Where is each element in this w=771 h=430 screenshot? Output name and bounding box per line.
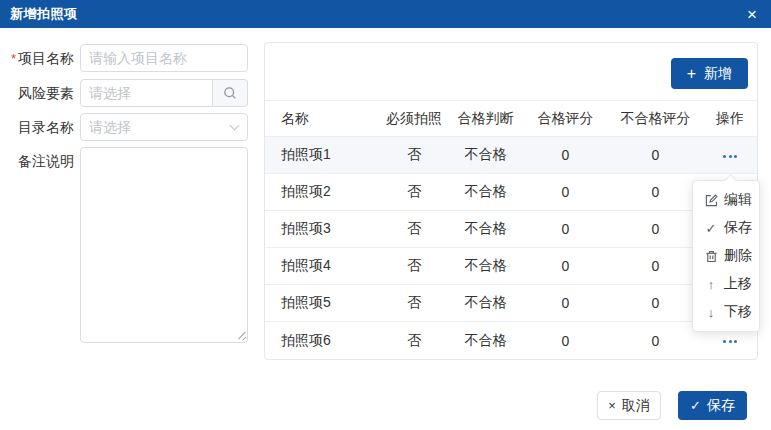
table-row: 拍照项3 否 不合格 0 0 <box>265 211 757 248</box>
trash-icon <box>704 250 718 263</box>
cell-qualified-score: 0 <box>523 184 608 200</box>
risk-factor-label: 风险要素 <box>0 79 80 107</box>
cell-name: 拍照项2 <box>265 183 380 201</box>
close-x-icon: × <box>608 399 616 412</box>
close-icon[interactable]: × <box>743 6 761 23</box>
risk-factor-search-button[interactable] <box>213 79 248 107</box>
cell-unqualified-score: 0 <box>608 221 703 237</box>
menu-item-label: 保存 <box>724 219 752 237</box>
catalog-name-label: 目录名称 <box>0 113 80 141</box>
column-header-name: 名称 <box>265 110 380 128</box>
required-asterisk: * <box>11 51 16 66</box>
cell-unqualified-score: 0 <box>608 333 703 349</box>
column-header-actions: 操作 <box>703 110 757 128</box>
column-header-qualified-score: 合格评分 <box>523 110 608 128</box>
cell-must-photo: 否 <box>380 220 448 238</box>
menu-item-save[interactable]: ✓ 保存 <box>693 214 759 242</box>
menu-item-edit[interactable]: 编辑 <box>693 186 759 214</box>
menu-item-label: 编辑 <box>724 191 752 209</box>
panel-toolbar: + 新增 <box>265 43 757 100</box>
cell-qualified-score: 0 <box>523 295 608 311</box>
more-actions-icon[interactable] <box>719 335 741 348</box>
column-header-qualified-judge: 合格判断 <box>448 110 523 128</box>
cell-qualified-judge: 不合格 <box>448 220 523 238</box>
menu-item-move-up[interactable]: ↑ 上移 <box>693 270 759 298</box>
column-header-must-photo: 必须拍照 <box>380 110 448 128</box>
project-name-input[interactable] <box>80 44 248 72</box>
check-icon: ✓ <box>704 221 718 236</box>
cell-qualified-judge: 不合格 <box>448 332 523 350</box>
arrow-down-icon: ↓ <box>704 305 718 320</box>
remark-label: 备注说明 <box>0 147 80 175</box>
table-row: 拍照项1 否 不合格 0 0 <box>265 137 757 174</box>
menu-item-move-down[interactable]: ↓ 下移 <box>693 298 759 326</box>
project-name-label: *项目名称 <box>0 44 80 73</box>
save-button-label: 保存 <box>707 397 735 415</box>
cancel-button-label: 取消 <box>622 397 650 415</box>
risk-factor-input[interactable] <box>80 79 213 107</box>
more-actions-icon[interactable] <box>719 150 741 163</box>
menu-item-label: 上移 <box>724 275 752 293</box>
dialog-form: *项目名称 风险要素 目录名称 备注说明 <box>0 28 264 346</box>
dialog-title: 新增拍照项 <box>10 5 78 23</box>
cell-qualified-score: 0 <box>523 333 608 349</box>
cell-qualified-score: 0 <box>523 258 608 274</box>
remark-textarea[interactable] <box>80 147 248 343</box>
catalog-name-select[interactable] <box>80 113 248 141</box>
form-row-project-name: *项目名称 <box>0 44 264 73</box>
cell-qualified-judge: 不合格 <box>448 294 523 312</box>
cell-unqualified-score: 0 <box>608 147 703 163</box>
cell-name: 拍照项1 <box>265 146 380 164</box>
form-row-catalog-name: 目录名称 <box>0 113 264 141</box>
check-icon: ✓ <box>690 399 701 412</box>
menu-item-label: 删除 <box>724 247 752 265</box>
cell-name: 拍照项6 <box>265 332 380 350</box>
cell-name: 拍照项4 <box>265 257 380 275</box>
search-icon <box>223 86 237 100</box>
add-button-label: 新增 <box>704 65 732 83</box>
cell-must-photo: 否 <box>380 183 448 201</box>
cell-name: 拍照项3 <box>265 220 380 238</box>
table-row: 拍照项5 否 不合格 0 0 <box>265 285 757 322</box>
dialog-header: 新增拍照项 × <box>0 0 771 28</box>
cancel-button[interactable]: × 取消 <box>597 391 661 420</box>
form-row-risk-factor: 风险要素 <box>0 79 264 107</box>
cell-qualified-judge: 不合格 <box>448 146 523 164</box>
cell-must-photo: 否 <box>380 294 448 312</box>
cell-must-photo: 否 <box>380 146 448 164</box>
table-row: 拍照项6 否 不合格 0 0 <box>265 322 757 359</box>
cell-qualified-score: 0 <box>523 221 608 237</box>
menu-item-delete[interactable]: 删除 <box>693 242 759 270</box>
cell-must-photo: 否 <box>380 332 448 350</box>
arrow-up-icon: ↑ <box>704 277 718 292</box>
add-button[interactable]: + 新增 <box>671 58 748 89</box>
table-row: 拍照项4 否 不合格 0 0 <box>265 248 757 285</box>
cell-qualified-judge: 不合格 <box>448 183 523 201</box>
plus-icon: + <box>687 66 696 82</box>
cell-qualified-score: 0 <box>523 147 608 163</box>
cell-unqualified-score: 0 <box>608 295 703 311</box>
cell-name: 拍照项5 <box>265 294 380 312</box>
cell-unqualified-score: 0 <box>608 184 703 200</box>
save-button[interactable]: ✓ 保存 <box>678 391 747 420</box>
row-action-menu: 编辑 ✓ 保存 删除 ↑ 上移 ↓ 下移 <box>692 180 760 332</box>
table-header: 名称 必须拍照 合格判断 合格评分 不合格评分 操作 <box>265 100 757 137</box>
cell-unqualified-score: 0 <box>608 258 703 274</box>
column-header-unqualified-score: 不合格评分 <box>608 110 703 128</box>
menu-item-label: 下移 <box>724 303 752 321</box>
form-row-remark: 备注说明 <box>0 147 264 346</box>
photo-items-panel: + 新增 名称 必须拍照 合格判断 合格评分 不合格评分 操作 拍照项1 否 不… <box>264 42 758 360</box>
edit-icon <box>704 194 718 207</box>
cell-must-photo: 否 <box>380 257 448 275</box>
table-row: 拍照项2 否 不合格 0 0 <box>265 174 757 211</box>
cell-qualified-judge: 不合格 <box>448 257 523 275</box>
